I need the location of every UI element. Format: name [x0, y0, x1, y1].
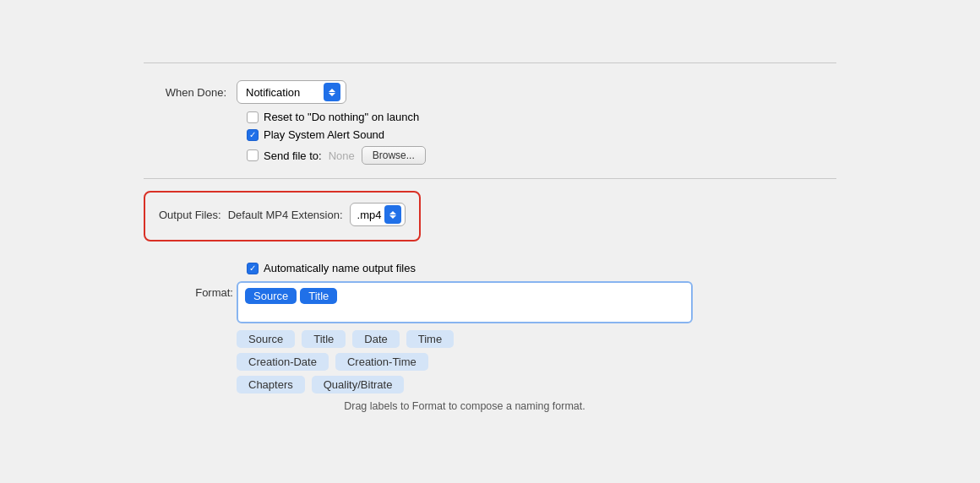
mp4-spinner[interactable]: .mp4: [350, 203, 406, 226]
output-files-label: Output Files:: [159, 209, 221, 221]
spinner-down-arrow: [329, 93, 335, 96]
label-quality-bitrate[interactable]: Quality/Bitrate: [312, 376, 405, 393]
labels-row-2: Creation-Date Creation-Time: [237, 353, 693, 371]
browse-button[interactable]: Browse...: [362, 146, 426, 165]
label-creation-date[interactable]: Creation-Date: [237, 353, 329, 371]
send-file-row: Send file to: None Browse...: [247, 146, 836, 165]
send-file-label: Send file to:: [264, 149, 322, 162]
mp4-value: .mp4: [357, 209, 382, 221]
mp4-spinner-btn[interactable]: [384, 205, 401, 224]
auto-name-label: Automatically name output files: [264, 262, 416, 274]
format-box[interactable]: Source Title: [237, 281, 693, 323]
label-chapters[interactable]: Chapters: [237, 376, 305, 393]
format-tag-source[interactable]: Source: [245, 288, 297, 304]
labels-row-3: Chapters Quality/Bitrate: [237, 376, 693, 393]
output-files-section: Output Files: Default MP4 Extension: .mp…: [144, 191, 421, 242]
top-divider: [144, 62, 836, 63]
drag-hint: Drag labels to Format to compose a namin…: [237, 400, 693, 412]
format-tag-title[interactable]: Title: [300, 288, 337, 304]
auto-name-checkbox[interactable]: [247, 263, 259, 274]
reset-checkbox-row: Reset to "Do nothing" on launch: [247, 111, 836, 123]
spinner-up-arrow: [329, 89, 335, 92]
play-sound-label: Play System Alert Sound: [264, 128, 384, 141]
reset-label: Reset to "Do nothing" on launch: [264, 111, 419, 123]
when-done-spinner-btn[interactable]: [324, 83, 340, 101]
label-time[interactable]: Time: [406, 330, 454, 348]
send-file-checkbox[interactable]: [247, 149, 259, 161]
send-file-none: None: [329, 149, 355, 162]
when-done-value: Notification: [242, 86, 324, 99]
mp4-spinner-down: [389, 215, 396, 219]
format-section: Format: Source Title Source Title Date T…: [144, 281, 836, 412]
available-labels-area: Source Title Date Time Creation-Date Cre…: [237, 330, 693, 412]
mp4-extension-label: Default MP4 Extension:: [228, 209, 343, 221]
label-title[interactable]: Title: [302, 330, 346, 348]
format-label: Format:: [144, 281, 237, 299]
mp4-spinner-up: [389, 211, 396, 214]
when-done-label: When Done:: [144, 86, 237, 99]
labels-row-1: Source Title Date Time: [237, 330, 693, 348]
reset-checkbox[interactable]: [247, 111, 259, 123]
label-creation-time[interactable]: Creation-Time: [335, 353, 428, 371]
label-date[interactable]: Date: [352, 330, 399, 348]
label-source[interactable]: Source: [237, 330, 295, 348]
play-sound-checkbox[interactable]: [247, 129, 259, 141]
mid-divider: [144, 178, 836, 179]
play-sound-checkbox-row: Play System Alert Sound: [247, 128, 836, 141]
when-done-select[interactable]: Notification: [237, 80, 346, 104]
